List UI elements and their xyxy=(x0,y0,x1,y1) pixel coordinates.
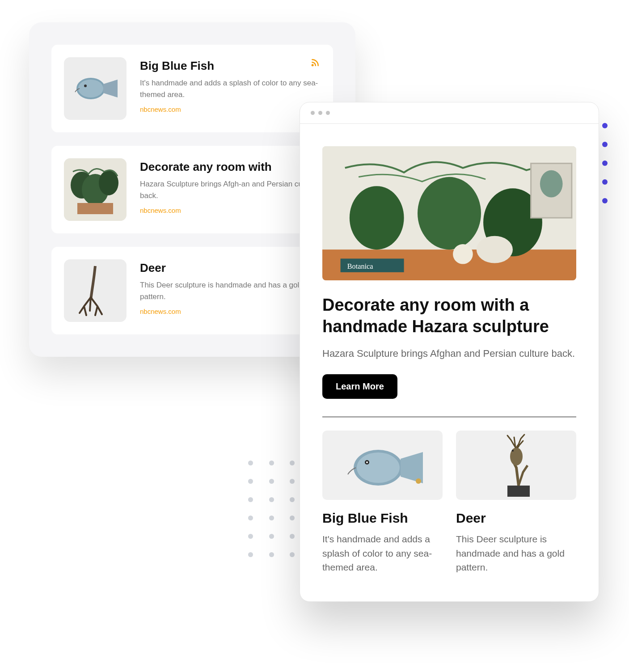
product-description: It's handmade and adds a splash of color… xyxy=(322,532,443,575)
feed-title: Decorate any room with xyxy=(140,160,321,174)
feed-description: Hazara Sculpture brings Afgh-an and Pers… xyxy=(140,178,321,201)
rss-icon xyxy=(311,58,320,67)
traffic-light-dot xyxy=(318,111,322,115)
svg-point-22 xyxy=(357,452,400,483)
feed-source-link[interactable]: nbcnews.com xyxy=(140,308,181,315)
product-title: Big Blue Fish xyxy=(322,511,443,526)
feed-card[interactable]: Decorate any room with Hazara Sculpture … xyxy=(51,146,333,233)
svg-point-3 xyxy=(84,85,87,87)
feed-source-link[interactable]: nbcnews.com xyxy=(140,106,181,113)
svg-point-20 xyxy=(540,170,563,198)
feed-title: Deer xyxy=(140,261,321,275)
svg-point-26 xyxy=(416,478,421,484)
feed-card[interactable]: Deer This Deer sculpture is handmade and… xyxy=(51,247,333,334)
feed-card[interactable]: Big Blue Fish It's handmade and adds a s… xyxy=(51,45,333,132)
svg-marker-23 xyxy=(401,452,423,483)
svg-point-18 xyxy=(453,244,473,264)
svg-point-28 xyxy=(510,448,523,465)
svg-text:Botanica: Botanica xyxy=(347,262,373,270)
svg-point-1 xyxy=(78,80,103,97)
newsletter-preview-panel: Botanica Decorate any room with a handma… xyxy=(300,102,599,602)
feed-thumbnail xyxy=(64,57,127,120)
feed-source-link[interactable]: nbcnews.com xyxy=(140,207,181,214)
svg-rect-27 xyxy=(507,486,530,497)
feed-title: Big Blue Fish xyxy=(140,59,321,73)
product-thumbnail xyxy=(322,431,443,500)
svg-point-25 xyxy=(366,461,368,463)
traffic-light-dot xyxy=(311,111,315,115)
svg-point-29 xyxy=(512,450,514,452)
feed-thumbnail xyxy=(64,158,127,221)
hero-description: Hazara Sculpture brings Afghan and Persi… xyxy=(322,346,576,361)
svg-point-17 xyxy=(477,236,513,263)
svg-rect-9 xyxy=(77,203,113,214)
product-title: Deer xyxy=(456,511,576,526)
feed-description: This Deer sculpture is handmade and has … xyxy=(140,279,321,302)
svg-point-15 xyxy=(418,177,481,249)
hero-title: Decorate any room with a handmade Hazara… xyxy=(322,295,576,337)
browser-chrome-bar xyxy=(300,102,599,124)
traffic-light-dot xyxy=(326,111,330,115)
section-divider xyxy=(322,417,576,417)
svg-point-8 xyxy=(99,170,118,195)
svg-marker-2 xyxy=(103,80,118,97)
feed-thumbnail xyxy=(64,259,127,322)
product-thumbnail xyxy=(456,431,576,500)
product-card[interactable]: Deer This Deer sculpture is handmade and… xyxy=(456,431,576,575)
feed-description: It's handmade and adds a splash of color… xyxy=(140,77,321,100)
product-description: This Deer sculpture is handmade and has … xyxy=(456,532,576,575)
learn-more-button[interactable]: Learn More xyxy=(322,374,397,399)
product-card[interactable]: Big Blue Fish It's handmade and adds a s… xyxy=(322,431,443,575)
svg-point-14 xyxy=(350,186,404,249)
svg-point-4 xyxy=(312,65,313,66)
dots-grey-decoration xyxy=(248,461,297,557)
hero-image: Botanica xyxy=(322,146,576,280)
